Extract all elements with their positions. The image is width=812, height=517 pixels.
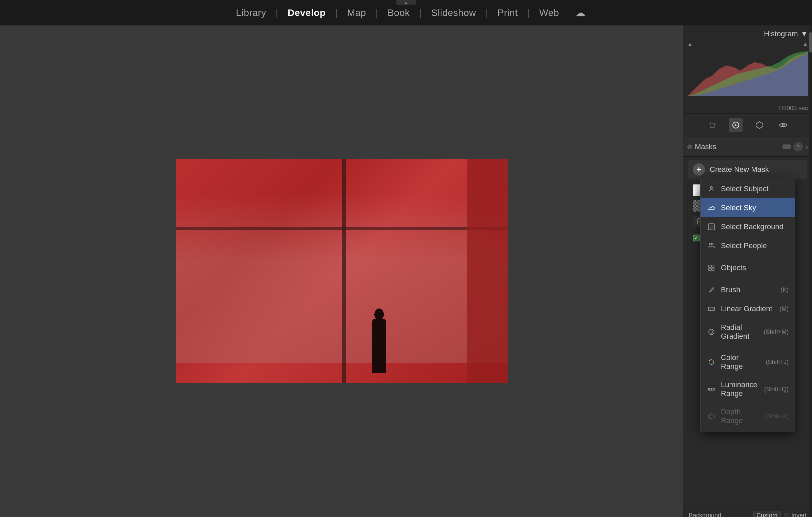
select-people-icon bbox=[707, 241, 716, 251]
nav-map[interactable]: Map bbox=[338, 7, 376, 18]
menu-item-luminance-range[interactable]: Luminance Range (Shift+Q) bbox=[701, 376, 795, 403]
menu-label-select-background: Select Background bbox=[721, 222, 784, 231]
brush-icon bbox=[707, 285, 716, 295]
nav-sep-5: | bbox=[485, 7, 488, 18]
histogram-chart bbox=[687, 48, 808, 96]
menu-label-luminance-range: Luminance Range bbox=[721, 380, 759, 398]
menu-item-select-sky[interactable]: Select Sky bbox=[701, 198, 795, 217]
show-overlay-checkbox[interactable] bbox=[693, 235, 700, 241]
svg-rect-16 bbox=[709, 268, 711, 271]
depth-range-icon bbox=[707, 412, 716, 421]
nav-slideshow[interactable]: Slideshow bbox=[422, 7, 485, 18]
color-range-shortcut: (Shift+J) bbox=[766, 359, 789, 366]
masks-title: Masks bbox=[695, 142, 780, 151]
sliders-panel: Background Custom Invert Exposure 100 bbox=[683, 505, 812, 517]
histogram-section: Histogram ▼ ▲ ▲ 1/5000 sec bbox=[683, 25, 812, 114]
person-body bbox=[372, 319, 386, 373]
color-range-icon bbox=[707, 357, 716, 367]
masks-panel-header: Masks ? › bbox=[683, 137, 812, 157]
svg-rect-17 bbox=[712, 268, 714, 271]
menu-item-brush[interactable]: Brush (K) bbox=[701, 280, 795, 299]
menu-item-linear-gradient[interactable]: Linear Gradient (M) bbox=[701, 299, 795, 318]
create-new-mask-button[interactable]: + Create New Mask bbox=[688, 160, 807, 179]
svg-point-21 bbox=[710, 331, 713, 333]
radial-gradient-icon bbox=[707, 327, 716, 337]
create-mask-label: Create New Mask bbox=[710, 165, 769, 174]
luminance-range-icon bbox=[707, 384, 716, 394]
nav-sep-3: | bbox=[376, 7, 378, 18]
invert-checkbox[interactable] bbox=[784, 513, 789, 517]
menu-item-select-background[interactable]: Select Background bbox=[701, 217, 795, 236]
menu-label-radial-gradient: Radial Gradient bbox=[721, 323, 759, 341]
plus-icon: + bbox=[693, 163, 705, 176]
select-sky-icon bbox=[707, 203, 716, 213]
menu-item-depth-range: Depth Range (Shift+Z) bbox=[701, 403, 795, 430]
person-silhouette bbox=[366, 305, 393, 373]
top-expand-button[interactable] bbox=[396, 0, 416, 5]
linear-gradient-icon bbox=[707, 304, 716, 314]
window-frame-vertical bbox=[342, 159, 346, 383]
mask-name-label: Background bbox=[689, 512, 721, 517]
select-subject-icon bbox=[707, 184, 716, 194]
window-frame-horizontal bbox=[176, 227, 508, 230]
invert-row: Invert bbox=[784, 512, 807, 517]
main-nav: Library | Develop | Map | Book | Slidesh… bbox=[227, 7, 586, 19]
nav-print[interactable]: Print bbox=[488, 7, 527, 18]
menu-separator-2 bbox=[701, 279, 795, 279]
svg-point-8 bbox=[710, 186, 712, 188]
svg-rect-0 bbox=[710, 123, 714, 127]
svg-point-20 bbox=[709, 329, 714, 335]
healing-tool[interactable] bbox=[729, 118, 743, 132]
menu-label-select-sky: Select Sky bbox=[721, 203, 756, 212]
cloud-icon[interactable]: ☁ bbox=[575, 7, 585, 19]
nav-sep-6: | bbox=[527, 7, 530, 18]
nav-sep-2: | bbox=[335, 7, 337, 18]
menu-separator-3 bbox=[701, 347, 795, 347]
masking-tool[interactable] bbox=[753, 118, 766, 132]
menu-label-depth-range: Depth Range bbox=[721, 407, 760, 425]
svg-point-12 bbox=[710, 243, 711, 245]
masks-info-btn[interactable]: ? bbox=[793, 142, 803, 152]
masks-indicator bbox=[687, 144, 692, 149]
scrollbar[interactable] bbox=[809, 25, 812, 517]
nav-web[interactable]: Web bbox=[530, 7, 569, 18]
svg-point-4 bbox=[782, 124, 784, 126]
red-eye-tool[interactable] bbox=[776, 118, 790, 132]
svg-rect-10 bbox=[708, 224, 714, 230]
nav-library[interactable]: Library bbox=[227, 7, 276, 18]
menu-label-color-range: Color Range bbox=[721, 353, 761, 371]
histogram-header: Histogram ▼ bbox=[687, 29, 808, 38]
histogram-left-clip[interactable]: ▲ bbox=[687, 41, 693, 47]
photo-image bbox=[176, 159, 508, 383]
red-wall-panel bbox=[467, 159, 508, 383]
nav-develop[interactable]: Develop bbox=[278, 7, 335, 18]
menu-item-select-people[interactable]: Select People bbox=[701, 236, 795, 255]
menu-item-color-range[interactable]: Color Range (Shift+J) bbox=[701, 349, 795, 376]
exposure-info: 1/5000 sec bbox=[687, 105, 808, 112]
depth-range-shortcut: (Shift+Z) bbox=[765, 413, 789, 420]
nav-book[interactable]: Book bbox=[378, 7, 419, 18]
histogram-right-clip[interactable]: ▲ bbox=[803, 41, 808, 47]
masks-collapse-btn[interactable] bbox=[783, 144, 791, 149]
menu-separator-1 bbox=[701, 257, 795, 257]
masks-chevron-icon[interactable]: › bbox=[806, 143, 808, 151]
menu-label-linear-gradient: Linear Gradient bbox=[721, 304, 772, 313]
menu-label-select-subject: Select Subject bbox=[721, 184, 769, 193]
histogram-triangle-icon: ▼ bbox=[800, 29, 808, 38]
menu-label-brush: Brush bbox=[721, 285, 740, 294]
svg-rect-15 bbox=[712, 265, 714, 267]
nav-sep-1: | bbox=[276, 7, 278, 18]
histogram-label: Histogram bbox=[764, 29, 798, 38]
crop-tool[interactable] bbox=[705, 118, 719, 132]
photo-area bbox=[0, 25, 683, 517]
linear-gradient-shortcut: (M) bbox=[779, 305, 789, 313]
menu-item-radial-gradient[interactable]: Radial Gradient (Shift+M) bbox=[701, 318, 795, 345]
scroll-thumb[interactable] bbox=[809, 32, 812, 53]
menu-label-objects: Objects bbox=[721, 263, 746, 272]
invert-label: Invert bbox=[791, 512, 807, 517]
effect-dropdown[interactable]: Custom bbox=[753, 511, 780, 517]
menu-item-objects[interactable]: Objects bbox=[701, 258, 795, 277]
menu-item-select-subject[interactable]: Select Subject bbox=[701, 179, 795, 198]
menu-label-select-people: Select People bbox=[721, 241, 767, 250]
top-bar: Library | Develop | Map | Book | Slidesh… bbox=[0, 0, 812, 25]
